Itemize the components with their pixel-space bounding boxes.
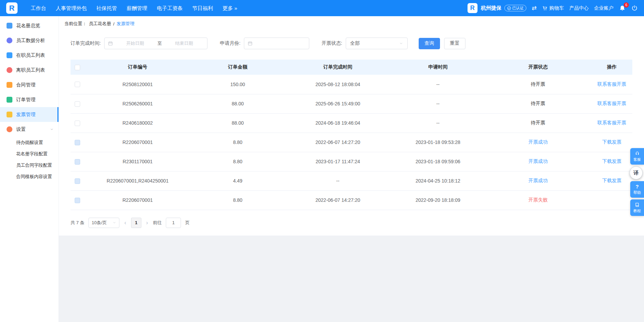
help-button[interactable]: ? 帮助 <box>630 181 644 198</box>
nav-item-5[interactable]: 节日福利 <box>187 0 218 16</box>
cart-link[interactable]: 购物车 <box>542 5 564 11</box>
breadcrumb-current[interactable]: 发票管理 <box>117 21 135 27</box>
checkbox-cell <box>71 75 84 94</box>
breadcrumb-prefix: 当前位置： <box>64 21 87 27</box>
search-button[interactable]: 查询 <box>419 38 440 49</box>
apply-time-cell: 2023-01-18 09:59:06 <box>391 152 485 171</box>
amount-cell: 150.00 <box>191 75 285 94</box>
breadcrumb-parent: 员工花名册 <box>89 21 111 27</box>
sidebar-item-3[interactable]: 离职员工列表 <box>0 63 58 77</box>
action-cell: 下载发票 <box>591 133 632 152</box>
row-checkbox[interactable] <box>75 101 80 107</box>
nav-item-2[interactable]: 社保托管 <box>92 0 122 16</box>
apply-time-cell: -- <box>391 94 485 113</box>
tutorial-button[interactable]: 教程 <box>630 199 644 216</box>
amount-cell: 8.80 <box>191 133 285 152</box>
switch-account-icon[interactable]: ⇄ <box>532 4 537 12</box>
nav-item-0[interactable]: 工作台 <box>26 0 51 16</box>
contract-icon <box>7 82 12 88</box>
nav-item-3[interactable]: 薪酬管理 <box>122 0 152 16</box>
sidebar-item-2[interactable]: 在职员工列表 <box>0 48 58 63</box>
row-checkbox[interactable] <box>75 82 80 87</box>
notifications-button[interactable]: 6 <box>619 5 626 12</box>
row-checkbox[interactable] <box>75 159 80 165</box>
nav-item-6[interactable]: 更多 » <box>218 0 242 16</box>
customer-support-button[interactable]: 客服 <box>630 148 644 165</box>
enterprise-account-link[interactable]: 企业账户 <box>594 5 613 11</box>
end-date-placeholder: 结束日期 <box>164 40 204 46</box>
row-action-link[interactable]: 联系客服开票 <box>598 120 626 125</box>
status-cell: 待开票 <box>485 113 591 133</box>
invoice-status-select[interactable]: 全部 <box>346 38 408 49</box>
status-cell: 待开票 <box>485 94 591 113</box>
table-row: R2206070001,R24042500014.49--2024-04-25 … <box>71 171 632 190</box>
apply-time-cell: 2022-09-20 18:18:09 <box>391 190 485 210</box>
prev-page-button[interactable]: ‹ <box>124 220 127 226</box>
nav-item-1[interactable]: 人事管理外包 <box>51 0 92 16</box>
nav-item-4[interactable]: 电子工资条 <box>152 0 187 16</box>
pagination: 共 7 条 10条/页 ‹ 1 › 前往 页 <box>59 210 644 231</box>
book-icon <box>635 202 640 207</box>
page-size-value: 10条/页 <box>92 220 107 226</box>
sidebar-item-1[interactable]: 员工数据分析 <box>0 33 58 48</box>
row-checkbox[interactable] <box>75 178 80 184</box>
sidebar-item-label: 花名册总览 <box>16 23 40 29</box>
order-time-range-picker[interactable]: 开始日期 至 结束日期 <box>104 38 207 49</box>
power-icon <box>631 5 638 11</box>
status-cell: 开票失败 <box>485 190 591 210</box>
table-row: R240618000288.002024-06-18 19:46:04--待开票… <box>71 113 632 133</box>
apply-time-cell: -- <box>391 113 485 133</box>
sidebar-subitem-0[interactable]: 待办提醒设置 <box>0 137 58 148</box>
pie-chart-icon <box>7 38 12 43</box>
row-checkbox[interactable] <box>75 198 80 203</box>
calendar-icon <box>248 41 253 46</box>
sidebar-subitem-1[interactable]: 花名册字段配置 <box>0 148 58 159</box>
row-action-link[interactable]: 联系客服开票 <box>598 81 626 87</box>
completed-time-cell: 2025-08-12 18:08:04 <box>285 75 391 94</box>
invoice-icon <box>7 112 12 117</box>
table-row: R2508120001150.002025-08-12 18:08:04--待开… <box>71 75 632 94</box>
row-checkbox[interactable] <box>75 121 80 126</box>
page-number-button[interactable]: 1 <box>131 218 141 228</box>
status-cell: 待开票 <box>485 75 591 94</box>
check-circle-icon <box>507 6 511 10</box>
sidebar-item-6[interactable]: 发票管理 <box>0 107 58 122</box>
sidebar-item-4[interactable]: 合同管理 <box>0 77 58 92</box>
row-action-link[interactable]: 下载发票 <box>602 139 622 145</box>
row-action-link[interactable]: 联系客服开票 <box>598 101 626 106</box>
table-row: R250626000188.002025-06-26 15:49:00--待开票… <box>71 94 632 113</box>
app-logo[interactable]: R <box>6 2 18 14</box>
column-header-5: 操作 <box>591 60 632 75</box>
completed-time-cell: 2025-06-26 15:49:00 <box>285 94 391 113</box>
page-size-select[interactable]: 10条/页 <box>88 218 119 228</box>
company-name: 杭州捷保 <box>481 5 502 11</box>
next-page-button[interactable]: › <box>146 220 149 226</box>
row-action-link[interactable]: 下载发票 <box>602 158 622 164</box>
completed-time-cell: 2023-01-17 11:47:24 <box>285 152 391 171</box>
sidebar-item-5[interactable]: 订单管理 <box>0 92 58 107</box>
sidebar-item-label: 在职员工列表 <box>16 52 45 59</box>
logout-button[interactable] <box>631 5 638 11</box>
sidebar-item-0[interactable]: 花名册总览 <box>0 18 58 33</box>
row-action-link[interactable]: 下载发票 <box>602 178 622 183</box>
select-all-checkbox[interactable] <box>75 65 80 70</box>
order-icon <box>7 97 12 103</box>
translate-button[interactable]: 译 <box>630 166 643 179</box>
notification-badge: 6 <box>624 2 629 8</box>
roster-overview-icon <box>7 23 12 29</box>
checkbox-cell <box>71 94 84 113</box>
apply-month-picker[interactable] <box>244 38 309 49</box>
apply-month-label: 申请月份: <box>220 40 240 46</box>
main-content: 当前位置：员工花名册 / 发票管理 订单完成时间: 开始日期 至 结束日期 申请… <box>59 16 644 322</box>
verified-badge: 已认证 <box>504 5 526 11</box>
row-checkbox[interactable] <box>75 140 80 145</box>
sidebar-subitem-2[interactable]: 员工合同字段配置 <box>0 159 58 171</box>
sidebar-subitem-3[interactable]: 合同模板内容设置 <box>0 171 58 182</box>
reset-button[interactable]: 重置 <box>444 38 465 49</box>
sidebar-item-label: 员工数据分析 <box>16 38 45 44</box>
range-separator: 至 <box>157 40 162 46</box>
sidebar-item-7[interactable]: 设置 <box>0 122 58 137</box>
chevron-down-icon <box>50 127 54 131</box>
product-center-link[interactable]: 产品中心 <box>569 5 589 11</box>
goto-page-input[interactable] <box>166 218 181 228</box>
